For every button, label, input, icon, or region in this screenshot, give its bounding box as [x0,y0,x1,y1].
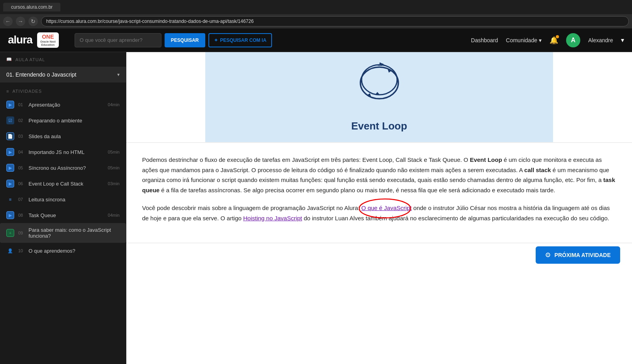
paragraph-1-start: Podemos destrinchar o fluxo de execução … [142,156,470,163]
url-bar[interactable] [41,16,629,26]
link1-container: O que é JavaScript [361,205,412,211]
activity-duration-05: 05min [108,165,120,170]
activity-item-09[interactable]: + 09 Para saber mais: como o JavaScript … [0,223,126,243]
activity-icon-08: ▶ [6,211,14,219]
next-activity-label: PRÓXIMA ATIVIDADE [554,252,611,258]
activity-item-05[interactable]: ▶ 05 Síncrono ou Assíncrono? 05min [0,160,126,176]
main-area: 📖 AULA ATUAL 01. Entendendo o Javascript… [0,52,632,364]
event-loop-bold: Event Loop [470,156,502,163]
activity-icon-09: + [6,229,14,237]
activity-name-07: Leitura síncrona [28,197,116,203]
link-hoisting-javascript[interactable]: Hoisting no JavaScript [243,215,302,221]
activities-icon: ≡ [6,89,9,94]
activity-item-10[interactable]: 👤 10 O que aprendemos? [0,243,126,259]
event-loop-arrows-svg [356,64,403,103]
activity-item-04[interactable]: ▶ 04 Importando JS no HTML 05min [0,144,126,160]
notification-button[interactable]: 🔔 [549,36,558,45]
activity-item-02[interactable]: ☑ 02 Preparando o ambiente [0,113,126,128]
activity-duration-06: 03min [108,181,120,186]
next-activity-button[interactable]: ⊙ PRÓXIMA ATIVIDADE [536,246,620,264]
img-right-panel [553,52,632,142]
current-lesson-header: 📖 AULA ATUAL [0,52,126,67]
activity-item-07[interactable]: ≡ 07 Leitura síncrona [0,191,126,207]
lesson-image-inner: Event Loop [126,52,632,142]
dashboard-link[interactable]: Dashboard [471,37,498,43]
user-name[interactable]: Alexandre [588,37,613,43]
activity-name-06: Event Loop e Call Stack [28,181,104,187]
img-left-panel [126,52,205,142]
one-badge: ONE Oracle Next Education [37,32,59,48]
activity-icon-10: 👤 [6,247,14,255]
bottom-bar: ⊙ PRÓXIMA ATIVIDADE [126,243,632,266]
reload-button[interactable]: ↻ [28,17,38,26]
svg-marker-5 [387,68,392,73]
top-nav: alura ONE Oracle Next Education PESQUISA… [0,28,632,52]
svg-point-4 [360,67,398,99]
app-container: alura ONE Oracle Next Education PESQUISA… [0,28,632,364]
user-chevron-icon: ▾ [621,36,624,44]
activity-name-05: Síncrono ou Assíncrono? [28,165,104,171]
back-button[interactable]: ← [3,17,13,26]
logo: alura [8,34,32,46]
avatar: A [566,33,580,47]
activity-icon-01: ▶ [6,101,14,109]
ai-search-label: PESQUISAR COM IA [220,38,266,43]
oracle-sub-text: Education [41,43,54,47]
paragraph-1: Podemos destrinchar o fluxo de execução … [142,155,616,195]
call-stack-bold: call stack [524,167,551,173]
notification-dot [556,35,559,38]
ai-icon: ✦ [214,38,218,43]
activity-icon-03: 📄 [6,132,14,140]
activity-name-02: Preparando o ambiente [28,118,116,124]
activity-name-09: Para saber mais: como o JavaScript funci… [28,227,116,239]
activities-label: ATIVIDADES [12,89,42,94]
community-label: Comunidade [506,37,537,43]
browser-controls: ← → ↻ [0,14,632,28]
paragraph-2: Você pode descobrir mais sobre a linguag… [142,203,616,223]
activity-duration-04: 05min [108,150,120,154]
browser-chrome: cursos.alura.com.br ← → ↻ G Google W Wha… [0,0,632,28]
activities-header: ≡ ATIVIDADES [0,83,126,97]
logo-area: alura ONE Oracle Next Education [8,32,59,48]
community-link[interactable]: Comunidade ▾ [506,37,542,43]
current-lesson-block[interactable]: 01. Entendendo o Javascript ▾ [0,67,126,83]
paragraph-2-end: do instrutor Luan Alves também ajudará n… [302,215,609,221]
oracle-text: Oracle Next [40,40,56,43]
current-lesson-title: 01. Entendendo o Javascript [6,71,76,78]
chevron-icon: ▾ [117,72,120,77]
activity-name-01: Apresentação [28,102,104,108]
activity-item-01[interactable]: ▶ 01 Apresentação 04min [0,97,126,113]
activity-name-10: O que aprendemos? [28,248,116,254]
activity-item-06[interactable]: ▶ 06 Event Loop e Call Stack 03min [0,176,126,191]
link-o-que-e-javascript[interactable]: O que é JavaScript [361,205,412,211]
paragraph-2-start: Você pode descobrir mais sobre a linguag… [142,205,361,211]
event-loop-title: Event Loop [351,120,407,132]
content-area: Event Loop Podemos destrinchar o fluxo d… [126,52,632,364]
next-icon: ⊙ [545,251,550,259]
search-area: PESQUISAR ✦ PESQUISAR COM IA [75,33,272,47]
browser-tab-bar: cursos.alura.com.br [0,0,632,14]
lesson-text: Podemos destrinchar o fluxo de execução … [126,143,632,243]
activity-name-03: Slides da aula [28,133,116,139]
activity-item-03[interactable]: 📄 03 Slides da aula [0,128,126,144]
chevron-down-icon: ▾ [539,37,542,43]
search-input[interactable] [75,33,161,47]
ai-search-button[interactable]: ✦ PESQUISAR COM IA [208,33,272,47]
activity-icon-04: ▶ [6,148,14,156]
lesson-image: Event Loop [126,52,632,143]
activity-icon-06: ▶ [6,180,14,188]
svg-marker-6 [367,93,371,98]
activity-item-08[interactable]: ▶ 08 Task Queue 04min [0,207,126,223]
current-lesson-label: AULA ATUAL [15,57,45,62]
activity-name-04: Importando JS no HTML [28,149,104,155]
forward-button[interactable]: → [16,17,25,26]
activity-icon-02: ☑ [6,116,14,124]
activity-icon-07: ≡ [6,195,14,203]
img-center: Event Loop [205,62,553,132]
book-icon: 📖 [6,57,12,62]
paragraph-1-cont3: é a fila de tarefas assíncronas. Se algo… [159,187,555,193]
search-button[interactable]: PESQUISAR [165,33,205,47]
sidebar: 📖 AULA ATUAL 01. Entendendo o Javascript… [0,52,126,364]
activity-duration-01: 04min [108,102,120,107]
one-text: ONE [42,34,54,40]
